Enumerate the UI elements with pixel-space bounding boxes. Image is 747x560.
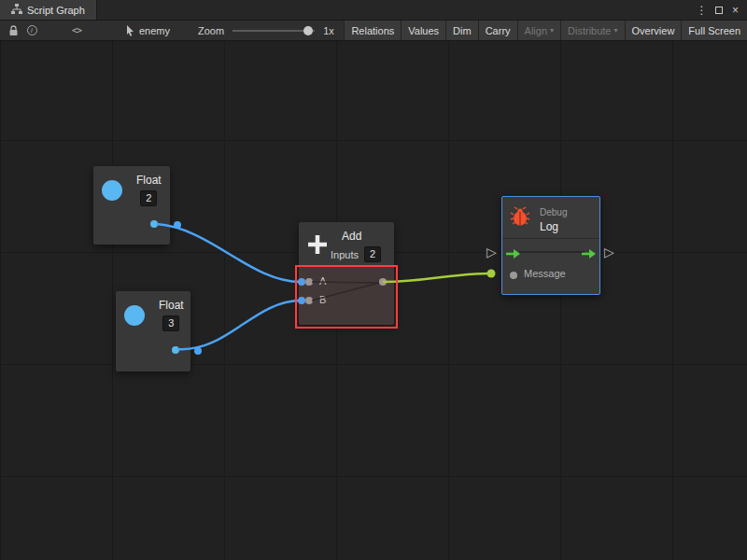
graph-canvas[interactable]: Float 2 Float 3 Add <box>0 41 747 560</box>
info-button[interactable]: i <box>22 21 41 40</box>
debug-log-node[interactable]: Debug Log Message <box>501 196 600 295</box>
tab-title: Script Graph <box>27 5 85 16</box>
port-a-label: A <box>319 275 326 287</box>
debug-node-header: Debug Log <box>502 197 599 239</box>
output-port-sum[interactable] <box>379 278 387 286</box>
lock-button[interactable] <box>4 21 22 40</box>
info-icon: i <box>27 25 37 35</box>
message-label: Message <box>524 268 566 279</box>
flow-entry-triangle-icon[interactable]: ▷ <box>486 245 497 259</box>
port-b-label: B <box>319 294 326 305</box>
titlebar: Script Graph ⋮ × <box>0 0 747 21</box>
add-node-header: Add Inputs 2 <box>299 222 394 267</box>
full-screen-button[interactable]: Full Screen <box>681 21 747 40</box>
bug-icon <box>510 206 530 231</box>
zoom-slider-handle[interactable] <box>303 26 313 35</box>
flow-output-arrow-icon[interactable] <box>582 246 597 263</box>
carry-button[interactable]: Carry <box>478 21 517 40</box>
code-icon: <> <box>72 25 81 35</box>
graph-toolbar: i <> enemy Zoom 1x Relations Values Dim … <box>0 21 747 41</box>
input-port-b[interactable] <box>305 297 313 304</box>
node-title: Add <box>342 230 361 243</box>
inputs-count-input[interactable]: 2 <box>364 246 381 262</box>
flow-connection-line <box>519 251 585 253</box>
inputs-label: Inputs <box>331 249 359 260</box>
window-menu-button[interactable]: ⋮ <box>695 3 709 18</box>
node-category: Debug <box>540 207 567 217</box>
zoom-label: Zoom <box>198 25 224 36</box>
graph-icon <box>11 4 22 17</box>
node-title: Float <box>159 299 184 312</box>
values-button[interactable]: Values <box>401 21 445 40</box>
zoom-slider[interactable] <box>233 25 315 36</box>
float-output-port[interactable] <box>172 346 179 354</box>
input-port-a[interactable] <box>305 278 313 286</box>
tab-script-graph[interactable]: Script Graph <box>0 0 97 20</box>
window-controls: ⋮ × <box>695 0 747 20</box>
cursor-icon <box>125 25 134 36</box>
node-title: Float <box>136 174 162 187</box>
toolbar-buttons: Relations Values Dim Carry Align▾ Distri… <box>344 21 747 40</box>
dim-button[interactable]: Dim <box>445 21 478 40</box>
chevron-down-icon: ▾ <box>550 26 554 35</box>
chevron-down-icon: ▾ <box>614 26 618 35</box>
float-node-2[interactable]: Float 3 <box>116 291 190 371</box>
wire-dot <box>487 270 496 278</box>
close-button[interactable]: × <box>728 3 742 18</box>
relations-button[interactable]: Relations <box>344 21 401 40</box>
zoom-slider-track <box>233 30 315 32</box>
wire-float1-to-a[interactable] <box>157 224 301 282</box>
add-node[interactable]: Add Inputs 2 A B <box>299 222 394 325</box>
code-button[interactable]: <> <box>67 21 86 40</box>
message-input-port[interactable] <box>510 272 517 279</box>
script-graph-window: Script Graph ⋮ × i <> enemy Zo <box>0 0 747 560</box>
float-node-1[interactable]: Float 2 <box>93 166 170 245</box>
align-button: Align▾ <box>517 21 560 40</box>
flow-exit-triangle-icon[interactable]: ▷ <box>604 245 614 259</box>
lock-icon <box>8 25 19 36</box>
zoom-value: 1x <box>323 25 334 36</box>
wire-float2-to-b[interactable] <box>177 301 301 349</box>
maximize-button[interactable] <box>712 3 726 18</box>
plus-icon <box>305 232 330 260</box>
wire-dot <box>194 347 202 355</box>
float-type-icon <box>124 305 145 326</box>
maximize-icon <box>715 7 723 14</box>
zoom-control: Zoom 1x <box>198 25 334 36</box>
float-value-input[interactable]: 2 <box>140 190 157 206</box>
overview-button[interactable]: Overview <box>625 21 682 40</box>
node-title: Log <box>540 220 558 233</box>
wire-add-to-message[interactable] <box>383 273 489 282</box>
float-output-port[interactable] <box>150 220 158 228</box>
graph-name: enemy <box>139 25 170 36</box>
float-value-input[interactable]: 3 <box>162 315 179 331</box>
flow-input-arrow-icon[interactable] <box>506 246 521 263</box>
float-type-icon <box>102 180 122 201</box>
graph-breadcrumb[interactable]: enemy <box>125 25 170 36</box>
wire-dot <box>174 221 181 229</box>
distribute-button: Distribute▾ <box>560 21 624 40</box>
